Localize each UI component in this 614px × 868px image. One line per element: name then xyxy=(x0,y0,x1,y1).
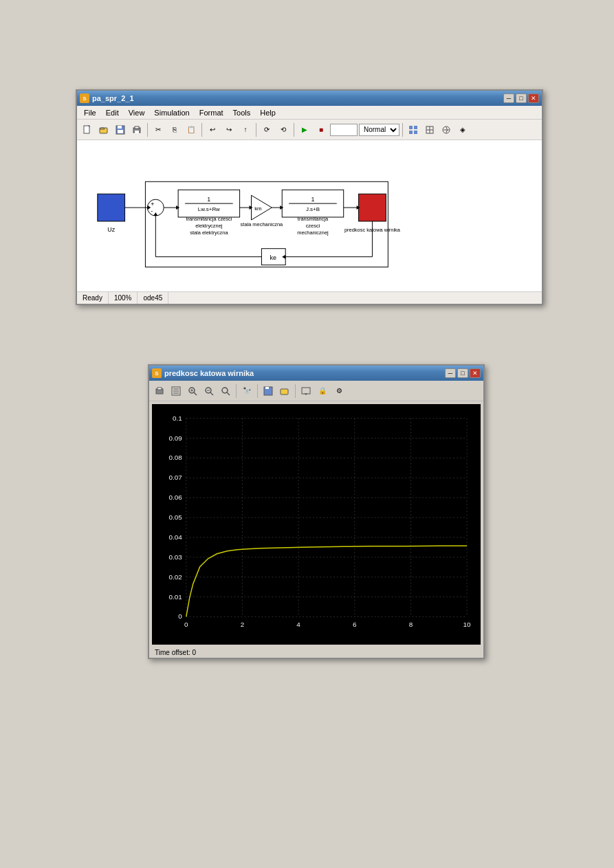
separator3 xyxy=(256,123,256,137)
svg-rect-4 xyxy=(118,130,123,133)
scope-sep2 xyxy=(257,384,258,398)
svg-text:1: 1 xyxy=(207,196,210,203)
svg-rect-10 xyxy=(409,131,413,134)
svg-rect-0 xyxy=(84,126,89,133)
paste-button[interactable]: 📋 xyxy=(184,122,199,137)
status-zoom: 100% xyxy=(109,292,138,304)
svg-text:+: + xyxy=(151,201,154,208)
svg-text:0.03: 0.03 xyxy=(168,553,182,561)
scope-graph: 0 0.01 0.02 0.03 0.04 0.05 0.06 0.07 0.0… xyxy=(152,404,481,645)
scope-save[interactable] xyxy=(261,383,276,399)
scope-toolbar: 🔭 🔒 ⚙ xyxy=(149,381,483,401)
menu-tools[interactable]: Tools xyxy=(229,108,255,118)
scope-zoom-x[interactable] xyxy=(218,383,233,399)
scope-params[interactable] xyxy=(168,383,184,399)
scope-display[interactable] xyxy=(298,383,314,399)
scope-sep1 xyxy=(236,384,237,398)
svg-text:0: 0 xyxy=(184,621,188,628)
copy-button[interactable]: ⎘ xyxy=(167,122,182,137)
save-button[interactable] xyxy=(113,122,128,137)
scope-settings[interactable]: ⚙ xyxy=(331,383,347,399)
svg-text:0.1: 0.1 xyxy=(173,414,182,422)
svg-text:czesci: czesci xyxy=(306,223,320,229)
svg-line-75 xyxy=(227,392,230,395)
svg-text:ke: ke xyxy=(270,254,276,261)
window-controls: ─ □ ✕ xyxy=(503,93,539,103)
lib-button2[interactable] xyxy=(422,122,437,137)
scope-status: Time offset: 0 xyxy=(149,647,483,658)
scope-title: predkosc katowa wirnika xyxy=(164,369,254,377)
scope-minimize[interactable]: ─ xyxy=(445,368,456,378)
block-diagram: Uz + - 1 Lw.s+Rw transmitancja czesci el… xyxy=(77,140,542,291)
run-button[interactable]: ▶ xyxy=(297,122,312,137)
menu-help[interactable]: Help xyxy=(256,108,280,118)
scope-load[interactable] xyxy=(277,383,292,399)
maximize-button[interactable]: □ xyxy=(516,93,527,103)
redo-button[interactable]: ↪ xyxy=(221,122,237,137)
separator1 xyxy=(147,123,148,137)
svg-rect-3 xyxy=(118,126,122,129)
scope-time-offset: Time offset: 0 xyxy=(155,649,196,656)
svg-rect-78 xyxy=(281,389,288,394)
svg-text:stala elektryczna: stala elektryczna xyxy=(190,230,228,236)
sim-mode-select[interactable]: Normal xyxy=(359,124,399,136)
lib-button3[interactable] xyxy=(439,122,454,137)
svg-text:4: 4 xyxy=(296,621,300,628)
simulink-window: S pa_spr_2_1 ─ □ ✕ File Edit View Simula… xyxy=(76,89,543,305)
svg-text:J.s+B: J.s+B xyxy=(306,206,320,212)
simulink-titlebar: S pa_spr_2_1 ─ □ ✕ xyxy=(77,91,542,106)
svg-text:elektrycznej: elektrycznej xyxy=(195,223,223,229)
cut-button[interactable]: ✂ xyxy=(151,122,166,137)
simulink-canvas[interactable]: Uz + - 1 Lw.s+Rw transmitancja czesci el… xyxy=(77,140,542,291)
svg-text:mechanicznej: mechanicznej xyxy=(297,230,329,236)
svg-rect-48 xyxy=(359,194,386,221)
separator5 xyxy=(402,123,403,137)
svg-rect-9 xyxy=(414,126,417,129)
menu-edit[interactable]: Edit xyxy=(102,108,123,118)
svg-text:stala mechaniczna: stala mechaniczna xyxy=(241,221,283,227)
simulink-title: pa_spr_2_1 xyxy=(92,94,134,102)
svg-text:0.04: 0.04 xyxy=(168,533,182,541)
scope-title-left: S predkosc katowa wirnika xyxy=(152,368,254,378)
print-button[interactable] xyxy=(129,122,144,137)
scope-lock[interactable]: 🔒 xyxy=(315,383,330,399)
scope-controls: ─ □ ✕ xyxy=(445,368,481,378)
svg-text:Uz: Uz xyxy=(107,226,115,233)
menu-file[interactable]: File xyxy=(80,108,100,118)
close-button[interactable]: ✕ xyxy=(528,93,539,103)
scope-close[interactable]: ✕ xyxy=(470,368,481,378)
svg-text:0.06: 0.06 xyxy=(168,493,182,501)
menu-view[interactable]: View xyxy=(124,108,149,118)
menu-simulation[interactable]: Simulation xyxy=(150,108,193,118)
scope-zoom-in[interactable] xyxy=(185,383,200,399)
svg-line-68 xyxy=(194,392,197,395)
status-ready: Ready xyxy=(77,292,109,304)
lib-button4[interactable]: ◈ xyxy=(455,122,470,137)
new-button[interactable] xyxy=(80,122,95,137)
menu-format[interactable]: Format xyxy=(195,108,228,118)
stop-button[interactable]: ■ xyxy=(314,122,329,137)
svg-rect-77 xyxy=(265,387,269,389)
svg-text:1: 1 xyxy=(311,196,314,203)
undo-button[interactable]: ↩ xyxy=(205,122,220,137)
lib-button1[interactable] xyxy=(406,122,421,137)
svg-rect-8 xyxy=(409,126,413,129)
open-button[interactable] xyxy=(96,122,111,137)
reload2-button[interactable]: ⟲ xyxy=(276,122,291,137)
scope-maximize[interactable]: □ xyxy=(457,368,468,378)
scope-find[interactable]: 🔭 xyxy=(239,383,254,399)
scope-zoom-out[interactable] xyxy=(201,383,217,399)
svg-text:Lw.s+Rw: Lw.s+Rw xyxy=(198,206,220,212)
desktop: S pa_spr_2_1 ─ □ ✕ File Edit View Simula… xyxy=(0,0,614,868)
svg-rect-79 xyxy=(302,388,310,394)
minimize-button[interactable]: ─ xyxy=(503,93,514,103)
scope-icon: S xyxy=(152,368,162,378)
svg-text:10: 10 xyxy=(463,621,472,628)
up-button[interactable]: ↑ xyxy=(238,122,253,137)
scope-print[interactable] xyxy=(152,383,167,399)
svg-text:0.08: 0.08 xyxy=(168,454,182,461)
scope-titlebar: S predkosc katowa wirnika ─ □ ✕ xyxy=(149,366,483,381)
sim-time-input[interactable]: 10.0 xyxy=(330,124,358,136)
reload-button[interactable]: ⟳ xyxy=(259,122,274,137)
svg-text:transmitancja: transmitancja xyxy=(298,216,329,222)
